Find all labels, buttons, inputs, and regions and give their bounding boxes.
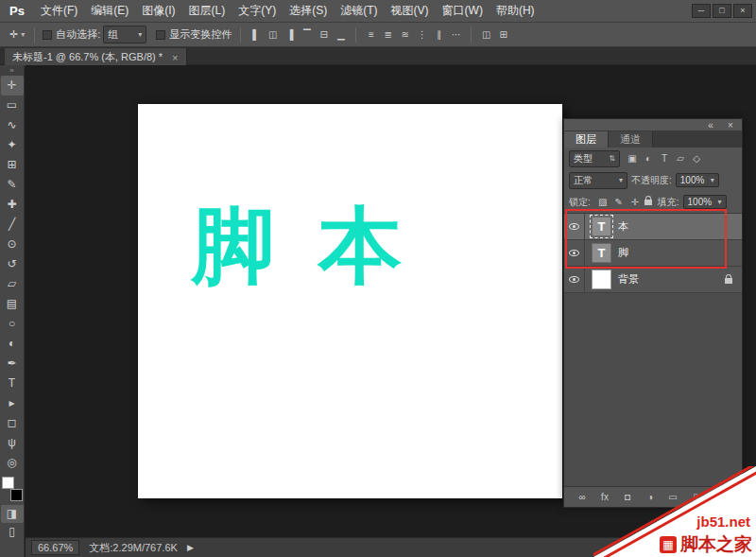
crop-tool[interactable]: ⊞ xyxy=(1,155,24,175)
background-layer-thumbnail[interactable] xyxy=(592,270,611,289)
watermark-site: jb51.net xyxy=(696,513,750,530)
minimize-button[interactable]: ─ xyxy=(692,4,711,18)
hand-tool[interactable]: ψ xyxy=(1,433,24,453)
distribute-middle-icon[interactable]: ≣ xyxy=(381,29,395,40)
layer-row-background[interactable]: 背景 xyxy=(564,267,742,293)
layer-name[interactable]: 背景 xyxy=(618,272,639,287)
visibility-cell[interactable] xyxy=(564,267,585,292)
menu-layer[interactable]: 图层(L) xyxy=(182,0,232,22)
background-color-swatch[interactable] xyxy=(10,489,23,501)
rectangle-tool[interactable]: ◻ xyxy=(1,413,24,433)
distribute-bottom-icon[interactable]: ≋ xyxy=(398,29,412,40)
history-brush-tool[interactable]: ↺ xyxy=(1,254,24,274)
visibility-cell[interactable] xyxy=(564,240,585,266)
quick-selection-tool[interactable]: ✦ xyxy=(1,135,24,155)
lock-pixels-icon[interactable]: ✎ xyxy=(612,197,626,207)
close-button[interactable]: × xyxy=(733,4,752,18)
layer-filter-row: 类型 ⇅ ▣◐T▱◇ xyxy=(564,148,742,169)
type-tool[interactable]: T xyxy=(1,374,24,393)
blend-mode-dropdown[interactable]: 正常 ▾ xyxy=(569,172,627,189)
distribute-right-icon[interactable]: ⋯ xyxy=(449,29,463,40)
gradient-tool[interactable]: ▤ xyxy=(1,294,24,314)
menu-select[interactable]: 选择(S) xyxy=(283,0,334,22)
clone-stamp-tool[interactable]: ⊙ xyxy=(1,235,24,254)
opacity-label: 不透明度: xyxy=(631,174,672,187)
zoom-level-input[interactable]: 66.67% xyxy=(31,540,79,555)
lock-transparency-icon[interactable]: ▨ xyxy=(596,197,610,207)
auto-select-dropdown[interactable]: 组 ▾ xyxy=(103,26,146,44)
filter-shape-icon[interactable]: ▱ xyxy=(674,153,687,164)
menu-filter[interactable]: 滤镜(T) xyxy=(334,0,384,22)
show-transform-checkbox[interactable] xyxy=(156,30,165,40)
eraser-tool[interactable]: ▱ xyxy=(1,274,24,294)
align-right-icon[interactable]: ▐ xyxy=(283,29,297,40)
maximize-button[interactable]: □ xyxy=(713,4,731,18)
extra-icon-group: ◫⊞ xyxy=(479,29,510,40)
filter-type-icon[interactable]: T xyxy=(658,153,671,164)
lock-position-icon[interactable]: ✛ xyxy=(628,197,642,207)
align-middle-icon[interactable]: ⊟ xyxy=(317,29,331,40)
align-top-icon[interactable]: ▔ xyxy=(300,29,314,40)
workspace-icon[interactable]: ⊞ xyxy=(496,29,510,40)
panel-close-icon[interactable]: × xyxy=(724,120,737,131)
fill-dropdown[interactable]: 100% ▾ xyxy=(683,195,727,209)
lasso-tool[interactable]: ∿ xyxy=(1,115,24,135)
menu-view[interactable]: 视图(V) xyxy=(385,0,436,22)
menu-type[interactable]: 文字(Y) xyxy=(232,0,283,22)
menu-help[interactable]: 帮助(H) xyxy=(490,0,541,22)
dodge-tool[interactable]: ◐ xyxy=(1,334,24,354)
zoom-tool[interactable]: ◎ xyxy=(1,453,24,473)
distribute-top-icon[interactable]: ≡ xyxy=(364,29,378,40)
path-selection-tool[interactable]: ▸ xyxy=(1,393,24,413)
menu-file[interactable]: 文件(F) xyxy=(34,0,84,22)
quick-mask-icon[interactable]: ◨ xyxy=(1,505,24,523)
rectangular-marquee-tool[interactable]: ▭ xyxy=(1,96,24,115)
healing-brush-tool[interactable]: ✚ xyxy=(1,195,24,215)
move-tool[interactable]: ✛ xyxy=(1,76,24,96)
document-tab[interactable]: 未标题-1 @ 66.7% (本, RGB/8) * × xyxy=(5,48,187,66)
align-left-icon[interactable]: ▌ xyxy=(249,29,263,40)
opacity-dropdown[interactable]: 100% ▾ xyxy=(676,173,719,187)
menu-edit[interactable]: 编辑(E) xyxy=(84,0,135,22)
eyedropper-tool[interactable]: ✎ xyxy=(1,175,24,195)
lock-label: 锁定: xyxy=(569,196,591,209)
distribute-left-icon[interactable]: ⋮ xyxy=(415,29,429,40)
status-options-arrow-icon[interactable]: ▶ xyxy=(187,543,194,552)
document-canvas[interactable]: 脚 本 xyxy=(138,104,562,498)
layer-name[interactable]: 脚 xyxy=(618,246,628,260)
menu-window[interactable]: 窗口(W) xyxy=(436,0,490,22)
eye-icon[interactable] xyxy=(569,250,579,256)
foreground-color-swatch[interactable] xyxy=(2,477,14,489)
filter-smart-icon[interactable]: ◇ xyxy=(690,153,703,164)
screen-mode-icon[interactable]: ▯ xyxy=(1,523,24,541)
eye-icon[interactable] xyxy=(569,223,579,230)
text-layer-thumbnail[interactable]: T xyxy=(592,243,611,263)
filter-type-dropdown[interactable]: 类型 ⇅ xyxy=(569,150,620,167)
filter-pixel-icon[interactable]: ▣ xyxy=(626,153,639,164)
lock-all-icon[interactable] xyxy=(644,200,652,205)
brush-tool[interactable]: ╱ xyxy=(1,215,24,235)
toolbar-collapse-icon[interactable]: » xyxy=(0,65,24,76)
auto-select-checkbox[interactable] xyxy=(43,30,52,40)
distribute-center-icon[interactable]: ∥ xyxy=(432,29,446,40)
eye-icon[interactable] xyxy=(569,276,579,283)
layer-row-jiao[interactable]: T 脚 xyxy=(564,240,742,267)
lock-row: 锁定: ▨✎✛ 填充: 100% ▾ xyxy=(564,191,742,213)
pen-tool[interactable]: ✒ xyxy=(1,354,24,374)
collapse-panels-icon[interactable]: « xyxy=(704,120,717,131)
filter-adjustment-icon[interactable]: ◐ xyxy=(642,153,655,164)
auto-align-icon[interactable]: ◫ xyxy=(479,29,493,40)
tool-preset-picker[interactable]: ✛ ▾ xyxy=(6,28,28,41)
tab-channels[interactable]: 通道 xyxy=(609,131,653,148)
text-layer-thumbnail[interactable]: T xyxy=(592,217,611,236)
align-bottom-icon[interactable]: ▁ xyxy=(334,29,348,40)
tab-layers[interactable]: 图层 xyxy=(564,131,609,148)
align-center-h-icon[interactable]: ◫ xyxy=(266,29,280,40)
layer-name[interactable]: 本 xyxy=(618,219,628,234)
blur-tool[interactable]: ○ xyxy=(1,314,24,334)
link-layers-icon[interactable]: ∞ xyxy=(576,492,589,502)
layer-row-ben[interactable]: T 本 xyxy=(564,214,742,240)
visibility-cell[interactable] xyxy=(564,214,585,239)
menu-image[interactable]: 图像(I) xyxy=(135,0,181,22)
tab-close-icon[interactable]: × xyxy=(172,52,178,63)
